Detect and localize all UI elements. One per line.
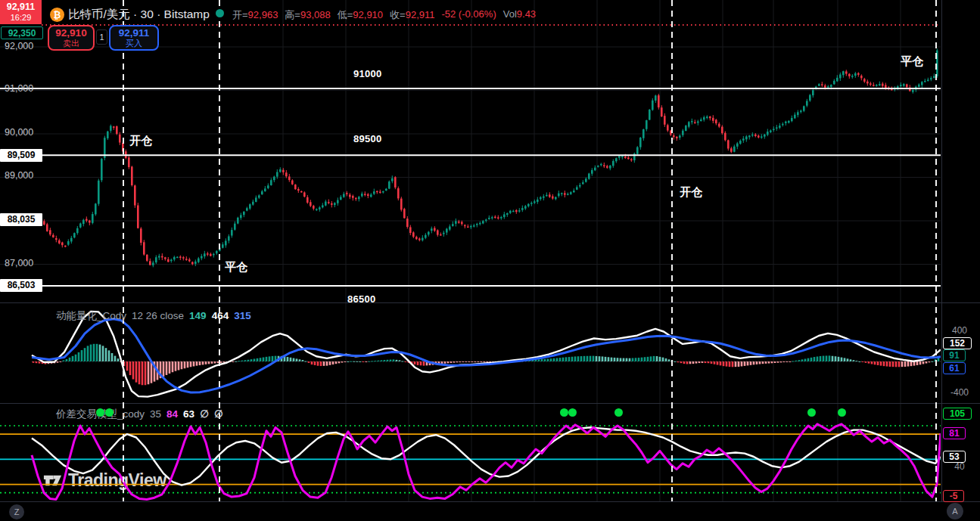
symbol-title[interactable]: 比特币/美元 · 30 · Bitstamp — [68, 7, 210, 23]
signal-dot-icon — [560, 408, 568, 417]
macd-line-white — [32, 312, 941, 397]
market-status-icon — [216, 9, 224, 17]
indicator-axis-label: 40 — [943, 461, 976, 472]
trade-annotation[interactable]: 平仓 — [901, 54, 923, 69]
price-line-label: 89500 — [353, 133, 382, 144]
trade-annotation[interactable]: 开仓 — [129, 134, 152, 148]
price-level-badge: 86,503 — [0, 279, 42, 292]
open-label: 开= — [232, 9, 248, 20]
indicator-axis-badge: 105 — [943, 408, 972, 420]
indicator-axis-badge: 81 — [943, 427, 966, 439]
quantity-field[interactable]: 1 — [96, 29, 107, 45]
price-level-badge: 88,035 — [0, 213, 42, 226]
price-level-lines[interactable] — [0, 25, 941, 286]
trade-annotation[interactable]: 平仓 — [225, 260, 247, 274]
close-label: 收= — [390, 9, 406, 20]
signal-dot-icon — [614, 408, 623, 417]
last-price-badge: 92,911 16:29 — [0, 0, 42, 24]
candlestick-series — [43, 48, 938, 267]
macd-line-blue — [32, 319, 941, 392]
indicator-axis-badge: -5 — [943, 490, 964, 502]
indicator1-params: 12 26 close — [132, 310, 184, 321]
price-line-label: 86500 — [347, 293, 376, 305]
signal-dot-icon — [838, 408, 846, 417]
price-axis-label: 90,000 — [5, 127, 33, 138]
sell-button[interactable]: 92,910 卖出 — [48, 25, 95, 51]
indicator-axis-label: 400 — [943, 325, 976, 336]
indicator-value: 464 — [212, 310, 229, 321]
indicator-value: 63 — [183, 408, 194, 420]
price-axis-label: 92,000 — [5, 41, 33, 51]
indicator-axis-badge: 152 — [943, 337, 972, 349]
oscillator-line-white — [32, 427, 941, 485]
buy-button[interactable]: 92,911 买入 — [109, 25, 159, 51]
indicator-value: 149 — [189, 310, 207, 321]
indicator2-legend[interactable]: 价差交易模型_cody 35 8463∅∅ — [56, 408, 229, 421]
price-axis-label: 91,000 — [5, 83, 33, 94]
signal-dot-icon — [807, 408, 816, 417]
volume-value: 9.43 — [517, 8, 536, 20]
low-label: 低= — [338, 9, 353, 20]
chart-canvas[interactable] — [0, 0, 980, 521]
pane-separators[interactable] — [0, 0, 980, 501]
high-label: 高= — [285, 9, 300, 20]
indicator2-params: 35 — [150, 408, 161, 420]
indicator1-legend[interactable]: 动能量化_Cody 12 26 close 149464315 — [56, 309, 257, 323]
sell-label: 卖出 — [63, 39, 79, 48]
indicator-value: 315 — [234, 310, 251, 321]
indicator-value: 84 — [166, 408, 178, 420]
high-value: 93,088 — [300, 9, 331, 20]
open-value: 92,963 — [248, 9, 278, 20]
last-price: 92,911 — [7, 2, 36, 12]
price-line-label: 91000 — [353, 68, 382, 79]
price-axis-label: 89,000 — [5, 170, 33, 181]
oscillator-line-magenta — [32, 424, 941, 500]
buy-price: 92,911 — [119, 28, 150, 39]
indicator1-title: 动能量化_Cody — [56, 309, 126, 323]
trading-app-window: TradingView 92,911 16:29 92,350 92,910 卖… — [0, 0, 980, 521]
price-level-badge: 89,509 — [0, 149, 42, 162]
close-value: 92,911 — [406, 9, 435, 20]
indicator-axis-badge: 53 — [943, 451, 966, 463]
indicator-value: ∅ — [214, 408, 223, 420]
buy-label: 买入 — [126, 39, 142, 48]
sell-price: 92,910 — [55, 28, 86, 39]
trade-annotation[interactable]: 开仓 — [680, 185, 702, 200]
bitcoin-icon: ₿ — [50, 8, 64, 22]
signal-dot-icon — [105, 408, 114, 417]
change-value: -52 (-0.06%) — [441, 8, 496, 22]
indicator-axis-label: -400 — [943, 387, 976, 398]
volume-label: Vol — [503, 8, 517, 20]
ohlc-readout: 开=92,963 高=93,088 低=92,910 收=92,911 -52 … — [232, 8, 536, 22]
indicator-axis-badge: 91 — [943, 349, 966, 361]
countdown-time: 16:29 — [11, 13, 32, 23]
signal-dot-icon — [96, 408, 104, 417]
low-value: 92,910 — [353, 9, 383, 20]
bid-price-badge: 92,350 — [1, 26, 43, 39]
signal-dot-icon — [568, 408, 577, 417]
indicator1-values: 149464315 — [189, 310, 257, 321]
indicator-value: ∅ — [200, 408, 209, 420]
indicator-axis-badge: 61 — [943, 362, 966, 374]
indicator2-values: 8463∅∅ — [166, 408, 229, 420]
price-axis-label: 87,000 — [5, 258, 33, 268]
